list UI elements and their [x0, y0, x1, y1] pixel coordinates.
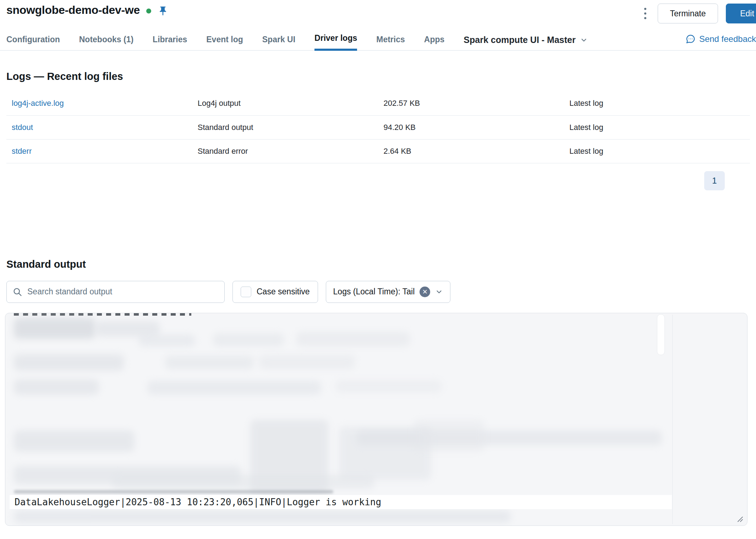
redacted-log-blob — [14, 379, 99, 395]
send-feedback-label: Send feedback — [699, 34, 756, 44]
table-row: stderr Standard error 2.64 KB Latest log — [6, 139, 750, 163]
terminate-button[interactable]: Terminate — [658, 4, 718, 23]
redacted-log-blob — [213, 333, 284, 347]
clipped-log-line-fragment — [14, 313, 191, 316]
redacted-log-blob — [14, 490, 333, 494]
redacted-log-blob — [296, 332, 410, 347]
tab-apps[interactable]: Apps — [424, 35, 445, 50]
resize-handle-icon[interactable] — [735, 514, 744, 523]
redacted-log-blob — [14, 430, 135, 452]
redacted-log-blob — [259, 355, 355, 369]
page-title: snowglobe-demo-dev-we — [6, 4, 140, 17]
case-sensitive-label: Case sensitive — [257, 287, 310, 296]
tab-configuration[interactable]: Configuration — [6, 35, 60, 50]
chevron-down-icon — [435, 288, 443, 296]
log-file-link[interactable]: stderr — [12, 147, 32, 156]
search-box — [6, 281, 225, 303]
search-icon — [12, 287, 22, 297]
log-file-note: Latest log — [564, 139, 750, 163]
tab-notebooks[interactable]: Notebooks (1) — [79, 35, 133, 50]
visible-log-line-row: DataLakehouseLogger|2025-08-13 10:23:20,… — [10, 495, 672, 509]
redacted-log-blob — [14, 511, 511, 523]
log-filter-dropdown[interactable]: Logs (Local Time): Tail ✕ — [326, 281, 451, 303]
redacted-log-blob — [96, 321, 160, 337]
tab-bar: Configuration Notebooks (1) Libraries Ev… — [0, 26, 756, 51]
stdout-section-heading: Standard output — [0, 258, 756, 270]
tab-libraries[interactable]: Libraries — [153, 35, 187, 50]
page-1-button[interactable]: 1 — [704, 171, 725, 190]
log-file-size: 94.20 KB — [378, 115, 564, 139]
log-file-note: Latest log — [564, 92, 750, 115]
cluster-header: snowglobe-demo-dev-we Terminate Edit — [0, 0, 756, 26]
kebab-menu-icon[interactable] — [641, 5, 650, 22]
case-sensitive-checkbox[interactable] — [241, 287, 251, 297]
redacted-log-blob — [14, 354, 124, 371]
chevron-down-icon — [580, 36, 588, 44]
send-feedback-link[interactable]: Send feedback — [685, 34, 756, 50]
log-file-size: 2.64 KB — [378, 139, 564, 163]
pin-icon[interactable] — [158, 4, 168, 16]
search-input[interactable] — [6, 281, 225, 303]
table-row: log4j-active.log Log4j output 202.57 KB … — [6, 92, 750, 115]
stdout-controls: Case sensitive Logs (Local Time): Tail ✕ — [6, 281, 756, 303]
log-output-panel[interactable]: DataLakehouseLogger|2025-08-13 10:23:20,… — [5, 313, 747, 526]
clear-filter-icon[interactable]: ✕ — [420, 287, 430, 297]
spark-compute-ui-dropdown[interactable]: Spark compute UI - Master — [464, 35, 587, 50]
log-file-link[interactable]: log4j-active.log — [12, 99, 64, 108]
status-running-icon — [146, 9, 151, 13]
log-scrollbar-track — [672, 315, 673, 524]
log-file-description: Standard output — [192, 115, 378, 139]
tab-driver-logs[interactable]: Driver logs — [314, 33, 357, 51]
log-file-note: Latest log — [564, 115, 750, 139]
tab-spark-ui[interactable]: Spark UI — [262, 35, 295, 50]
logs-section-heading: Logs — Recent log files — [0, 71, 756, 82]
edit-button[interactable]: Edit — [726, 4, 756, 23]
redacted-log-blob — [138, 334, 195, 347]
pagination: 1 — [0, 171, 756, 190]
log-file-description: Log4j output — [192, 92, 378, 115]
tab-event-log[interactable]: Event log — [206, 35, 243, 50]
spark-compute-ui-label: Spark compute UI - Master — [464, 35, 575, 45]
case-sensitive-group: Case sensitive — [232, 281, 318, 303]
log-file-size: 202.57 KB — [378, 92, 564, 115]
feedback-bubble-icon — [685, 34, 696, 44]
log-file-link[interactable]: stdout — [12, 123, 33, 132]
visible-log-line: DataLakehouseLogger|2025-08-13 10:23:20,… — [10, 497, 381, 507]
redacted-log-blob — [413, 420, 484, 452]
redacted-log-blob — [147, 381, 321, 395]
redacted-log-blob — [335, 380, 442, 393]
redacted-log-blob — [14, 318, 95, 339]
log-file-description: Standard error — [192, 139, 378, 163]
redacted-log-blob — [112, 475, 374, 489]
table-row: stdout Standard output 94.20 KB Latest l… — [6, 115, 750, 139]
tab-metrics[interactable]: Metrics — [376, 35, 405, 50]
redacted-log-blob — [165, 356, 254, 369]
log-scrollbar-thumb[interactable] — [657, 314, 665, 355]
log-files-table: log4j-active.log Log4j output 202.57 KB … — [6, 92, 750, 163]
log-filter-label: Logs (Local Time): Tail — [333, 287, 415, 296]
